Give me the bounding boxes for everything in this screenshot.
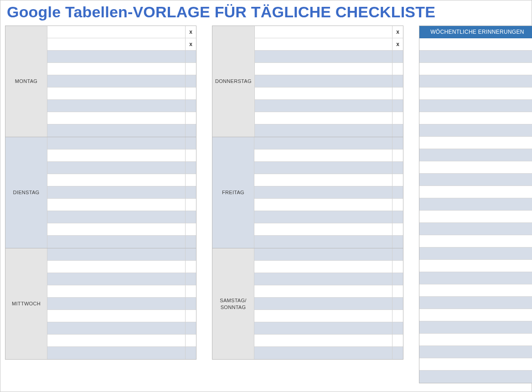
reminder-row[interactable]	[419, 371, 532, 383]
check-cell[interactable]	[392, 285, 403, 298]
task-cell[interactable]	[254, 174, 392, 186]
task-cell[interactable]	[47, 88, 185, 100]
task-cell[interactable]	[254, 223, 392, 236]
task-cell[interactable]	[254, 186, 392, 199]
task-cell[interactable]	[254, 322, 392, 335]
reminder-row[interactable]	[419, 334, 532, 346]
reminder-row[interactable]	[419, 51, 532, 63]
task-cell[interactable]	[47, 335, 185, 347]
check-cell[interactable]: x	[185, 38, 196, 51]
task-cell[interactable]	[47, 150, 185, 162]
task-cell[interactable]	[47, 223, 185, 236]
check-cell[interactable]	[392, 211, 403, 223]
check-cell[interactable]	[392, 100, 403, 112]
reminder-row[interactable]	[419, 321, 532, 334]
task-cell[interactable]	[255, 100, 392, 112]
check-cell[interactable]	[392, 137, 403, 150]
reminder-row[interactable]	[419, 149, 532, 161]
check-cell[interactable]	[392, 186, 403, 199]
check-cell[interactable]	[392, 174, 403, 186]
check-cell[interactable]	[392, 75, 403, 88]
reminder-row[interactable]	[419, 309, 532, 321]
task-cell[interactable]	[47, 174, 185, 186]
check-cell[interactable]	[185, 223, 196, 236]
check-cell[interactable]	[392, 261, 403, 273]
task-cell[interactable]	[47, 322, 185, 335]
reminder-row[interactable]	[419, 260, 532, 272]
task-cell[interactable]	[255, 63, 392, 75]
check-cell[interactable]	[185, 298, 196, 310]
reminder-row[interactable]	[419, 198, 532, 211]
check-cell[interactable]: x	[392, 26, 403, 38]
task-cell[interactable]	[47, 26, 185, 38]
task-cell[interactable]	[255, 112, 392, 124]
task-cell[interactable]	[254, 199, 392, 211]
check-cell[interactable]	[185, 63, 196, 75]
check-cell[interactable]	[185, 186, 196, 199]
check-cell[interactable]	[185, 51, 196, 63]
check-cell[interactable]	[392, 223, 403, 236]
check-cell[interactable]	[392, 63, 403, 75]
task-cell[interactable]	[47, 63, 185, 75]
reminder-row[interactable]	[419, 297, 532, 309]
check-cell[interactable]	[392, 310, 403, 322]
task-cell[interactable]	[255, 26, 392, 38]
task-cell[interactable]	[254, 298, 392, 310]
check-cell[interactable]	[392, 88, 403, 100]
task-cell[interactable]	[47, 273, 185, 285]
check-cell[interactable]	[185, 112, 196, 124]
check-cell[interactable]	[185, 248, 196, 261]
reminder-row[interactable]	[419, 358, 532, 371]
reminder-row[interactable]	[419, 223, 532, 235]
check-cell[interactable]	[185, 236, 196, 248]
check-cell[interactable]	[392, 298, 403, 310]
check-cell[interactable]	[392, 322, 403, 335]
task-cell[interactable]	[254, 273, 392, 285]
reminder-row[interactable]	[419, 248, 532, 260]
task-cell[interactable]	[47, 236, 185, 248]
check-cell[interactable]	[185, 211, 196, 223]
task-cell[interactable]	[47, 162, 185, 174]
reminder-row[interactable]	[419, 88, 532, 100]
task-cell[interactable]	[254, 248, 392, 261]
task-cell[interactable]	[254, 285, 392, 298]
check-cell[interactable]	[185, 322, 196, 335]
reminder-row[interactable]	[419, 38, 532, 51]
task-cell[interactable]	[47, 137, 185, 150]
task-cell[interactable]	[255, 88, 392, 100]
task-cell[interactable]	[255, 75, 392, 88]
task-cell[interactable]	[254, 236, 392, 248]
task-cell[interactable]	[254, 347, 392, 359]
reminder-row[interactable]	[419, 211, 532, 223]
task-cell[interactable]	[254, 150, 392, 162]
reminder-row[interactable]	[419, 63, 532, 75]
task-cell[interactable]	[47, 100, 185, 112]
check-cell[interactable]	[392, 347, 403, 359]
check-cell[interactable]	[392, 236, 403, 248]
check-cell[interactable]	[185, 335, 196, 347]
check-cell[interactable]	[185, 137, 196, 150]
check-cell[interactable]	[185, 100, 196, 112]
reminder-row[interactable]	[419, 112, 532, 124]
check-cell[interactable]	[185, 261, 196, 273]
reminder-row[interactable]	[419, 235, 532, 248]
task-cell[interactable]	[47, 51, 185, 63]
task-cell[interactable]	[47, 199, 185, 211]
check-cell[interactable]	[392, 248, 403, 261]
check-cell[interactable]	[185, 199, 196, 211]
reminder-row[interactable]	[419, 161, 532, 174]
task-cell[interactable]	[254, 211, 392, 223]
check-cell[interactable]	[392, 150, 403, 162]
task-cell[interactable]	[47, 186, 185, 199]
task-cell[interactable]	[47, 347, 185, 359]
check-cell[interactable]	[392, 162, 403, 174]
task-cell[interactable]	[254, 137, 392, 150]
check-cell[interactable]	[185, 75, 196, 88]
task-cell[interactable]	[254, 261, 392, 273]
reminder-row[interactable]	[419, 272, 532, 284]
task-cell[interactable]	[47, 211, 185, 223]
check-cell[interactable]	[392, 51, 403, 63]
check-cell[interactable]	[185, 162, 196, 174]
task-cell[interactable]	[47, 248, 185, 261]
task-cell[interactable]	[47, 75, 185, 88]
